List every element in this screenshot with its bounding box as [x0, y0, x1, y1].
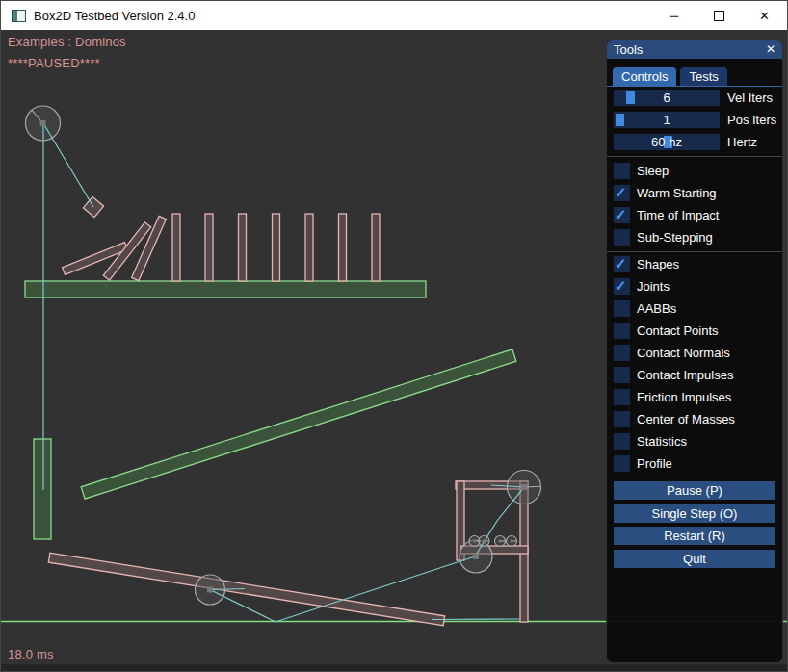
- checkbox-label: Shapes: [637, 257, 679, 271]
- tools-panel: Tools ✕ ControlsTests 6Vel Iters1Pos Ite…: [606, 39, 783, 663]
- close-icon: ✕: [759, 9, 770, 23]
- checkbox-box[interactable]: [614, 323, 630, 339]
- slider-row-pos-iters: 1Pos Iters: [614, 112, 775, 128]
- checkbox-label: Warm Starting: [637, 186, 717, 200]
- tools-panel-title: Tools: [614, 42, 643, 57]
- checkbox-sleep[interactable]: Sleep: [614, 163, 775, 179]
- checkbox-joints[interactable]: ✓Joints: [614, 278, 775, 295]
- checkbox-sub-stepping[interactable]: Sub-Stepping: [614, 229, 775, 246]
- checkbox-group-1: Sleep✓Warm Starting✓Time of ImpactSub-St…: [607, 157, 782, 246]
- pause-p-button[interactable]: Pause (P): [614, 481, 775, 500]
- checkbox-label: Contact Points: [637, 323, 719, 338]
- minimize-icon: ─: [670, 9, 678, 23]
- slider-value: 6: [614, 90, 720, 106]
- checkbox-time-of-impact[interactable]: ✓Time of Impact: [614, 207, 775, 223]
- pendulum-bob-joint: [43, 123, 93, 207]
- checkbox-contact-normals[interactable]: Contact Normals: [614, 345, 775, 361]
- checkbox-box[interactable]: ✓: [614, 185, 630, 201]
- slider-label: Vel Iters: [727, 90, 773, 105]
- standing-domino[interactable]: [372, 214, 380, 281]
- slider-label: Hertz: [727, 135, 757, 149]
- window-bottom-edge: [1, 664, 787, 671]
- checkbox-contact-impulses[interactable]: Contact Impulses: [614, 367, 775, 383]
- pedestal-box: [34, 439, 51, 539]
- slider-section: 6Vel Iters1Pos Iters60 hzHertz: [607, 90, 782, 150]
- checkbox-box[interactable]: [614, 229, 630, 246]
- checkbox-box[interactable]: [614, 367, 630, 383]
- window-title: Box2D Testbed Version 2.4.0: [34, 9, 195, 23]
- maximize-button[interactable]: [696, 1, 742, 30]
- base-joint: [432, 619, 519, 620]
- checkbox-label: Contact Normals: [637, 346, 730, 360]
- checkbox-label: Statistics: [637, 434, 687, 449]
- standing-domino[interactable]: [273, 214, 280, 281]
- slider-row-vel-iters: 6Vel Iters: [614, 90, 775, 106]
- checkbox-label: Sleep: [637, 164, 669, 178]
- caption-buttons: ─ ✕: [651, 1, 787, 30]
- checkbox-label: Sub-Stepping: [637, 230, 713, 245]
- checkbox-box[interactable]: [614, 389, 630, 405]
- tab-controls[interactable]: Controls: [613, 67, 676, 86]
- fallen-dominos[interactable]: [63, 216, 167, 280]
- checkbox-group-2: ✓Shapes✓JointsAABBsContact PointsContact…: [607, 252, 782, 472]
- shelf-balls[interactable]: [469, 536, 517, 547]
- checkbox-warm-starting[interactable]: ✓Warm Starting: [614, 185, 775, 201]
- checkbox-box[interactable]: [614, 300, 630, 317]
- checkbox-label: Time of Impact: [637, 208, 719, 222]
- tab-tests[interactable]: Tests: [680, 67, 726, 86]
- slider-vel-iters[interactable]: 6: [614, 90, 720, 106]
- ramp-plank[interactable]: [48, 553, 444, 626]
- dominos-platform: [25, 281, 426, 297]
- checkbox-center-of-masses[interactable]: Center of Masses: [614, 411, 775, 427]
- app-icon: [12, 10, 26, 22]
- checkbox-label: Profile: [637, 456, 672, 471]
- checkbox-contact-points[interactable]: Contact Points: [614, 323, 775, 339]
- check-icon: ✓: [615, 184, 627, 200]
- standing-dominos[interactable]: [172, 214, 380, 281]
- checkbox-shapes[interactable]: ✓Shapes: [614, 256, 775, 272]
- slider-label: Pos Iters: [727, 113, 776, 127]
- checkbox-box[interactable]: [614, 455, 630, 472]
- app-window: Box2D Testbed Version 2.4.0 ─ ✕: [0, 0, 788, 672]
- maximize-icon: [714, 11, 724, 21]
- checkbox-box[interactable]: [614, 345, 630, 361]
- standing-domino[interactable]: [205, 214, 213, 281]
- checkbox-box[interactable]: [614, 163, 630, 179]
- frame-time-caption: 18.0 ms: [8, 647, 54, 661]
- button-section: Pause (P)Single Step (O)Restart (R)Quit: [607, 478, 782, 568]
- checkbox-aabbs[interactable]: AABBs: [614, 300, 775, 317]
- tools-panel-titlebar[interactable]: Tools ✕: [607, 40, 782, 59]
- checkbox-label: Joints: [637, 279, 670, 294]
- standing-domino[interactable]: [239, 214, 247, 281]
- checkbox-box[interactable]: ✓: [614, 207, 630, 223]
- slider-pos-iters[interactable]: 1: [614, 112, 720, 128]
- standing-domino[interactable]: [305, 214, 313, 281]
- slider-value: 1: [614, 112, 720, 128]
- check-icon: ✓: [615, 277, 627, 294]
- standing-domino[interactable]: [339, 214, 347, 281]
- slider-value: 60 hz: [614, 134, 720, 150]
- restart-r-button[interactable]: Restart (R): [614, 527, 775, 545]
- window-titlebar: Box2D Testbed Version 2.4.0 ─ ✕: [1, 1, 787, 30]
- single-step-o-button[interactable]: Single Step (O): [614, 504, 775, 523]
- joint-anchors: [40, 120, 528, 593]
- check-icon: ✓: [615, 255, 627, 271]
- quit-button[interactable]: Quit: [614, 550, 775, 568]
- checkbox-label: Contact Impulses: [637, 368, 733, 382]
- standing-domino[interactable]: [172, 214, 180, 281]
- checkbox-profile[interactable]: Profile: [614, 455, 775, 472]
- checkbox-friction-impulses[interactable]: Friction Impulses: [614, 389, 775, 405]
- slider-hertz[interactable]: 60 hz: [614, 134, 720, 150]
- close-button[interactable]: ✕: [742, 1, 787, 30]
- checkbox-box[interactable]: ✓: [614, 278, 630, 295]
- paused-caption: ****PAUSED****: [8, 56, 100, 70]
- checkbox-box[interactable]: [614, 433, 630, 450]
- slider-row-hertz: 60 hzHertz: [614, 134, 775, 150]
- minimize-button[interactable]: ─: [651, 1, 696, 30]
- checkbox-label: Friction Impulses: [637, 390, 731, 404]
- check-icon: ✓: [615, 206, 627, 222]
- panel-close-icon[interactable]: ✕: [766, 40, 775, 59]
- checkbox-statistics[interactable]: Statistics: [614, 433, 775, 450]
- checkbox-box[interactable]: [614, 411, 630, 427]
- checkbox-box[interactable]: ✓: [614, 256, 630, 272]
